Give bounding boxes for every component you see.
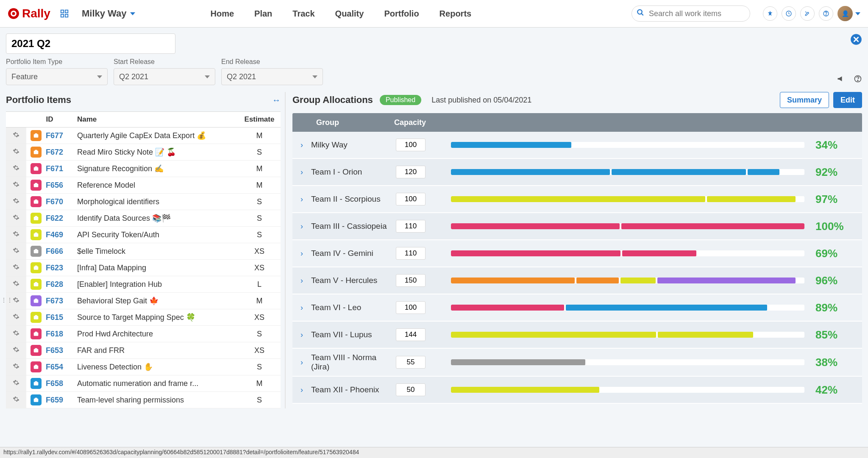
row-gear-cell[interactable] xyxy=(6,260,26,276)
table-row[interactable]: F469 API Security Token/Auth S xyxy=(6,227,281,243)
row-gear-cell[interactable] xyxy=(6,375,26,392)
capacity-input[interactable] xyxy=(396,383,426,396)
dropdown-portfolio-item-type[interactable]: Feature xyxy=(6,68,108,85)
portfolio-item-id-link[interactable]: F671 xyxy=(46,164,63,173)
table-row[interactable]: F671 Signature Recognition ✍️ M xyxy=(6,161,281,177)
gear-icon[interactable] xyxy=(13,148,19,156)
expand-panel-icon[interactable]: ↔ xyxy=(272,95,281,105)
summary-button[interactable]: Summary xyxy=(780,92,829,108)
row-gear-cell[interactable] xyxy=(6,276,26,293)
help-icon[interactable] xyxy=(854,75,862,85)
table-row[interactable]: F653 FAR and FRR XS xyxy=(6,342,281,359)
user-menu[interactable]: 👤 xyxy=(837,6,860,21)
gear-icon[interactable] xyxy=(13,297,19,305)
col-estimate[interactable]: Estimate xyxy=(238,112,281,128)
gear-icon[interactable] xyxy=(13,396,19,404)
row-gear-cell[interactable] xyxy=(6,309,26,326)
workspace-switcher-icon[interactable] xyxy=(58,7,71,20)
table-row[interactable]: F615 Source to Target Mapping Spec 🍀 XS xyxy=(6,309,281,326)
plan-title-input[interactable] xyxy=(6,33,175,54)
expand-row-icon[interactable]: › xyxy=(292,195,311,204)
gear-icon[interactable] xyxy=(13,346,19,355)
table-row[interactable]: F628 [Enabler] Integration Hub L xyxy=(6,276,281,293)
portfolio-item-id-link[interactable]: F618 xyxy=(46,330,63,339)
row-gear-cell[interactable] xyxy=(6,144,26,161)
gear-icon[interactable] xyxy=(13,313,19,322)
tools-button[interactable] xyxy=(800,6,815,21)
portfolio-item-id-link[interactable]: F469 xyxy=(46,230,63,239)
row-gear-cell[interactable] xyxy=(6,326,26,342)
portfolio-item-id-link[interactable]: F670 xyxy=(46,197,63,206)
portfolio-item-id-link[interactable]: F658 xyxy=(46,379,63,388)
capacity-input[interactable] xyxy=(396,139,426,151)
row-gear-cell[interactable] xyxy=(6,161,26,177)
expand-row-icon[interactable]: › xyxy=(292,303,311,312)
gear-icon[interactable] xyxy=(13,197,19,206)
table-row[interactable]: ⋮⋮ F673 Behavioral Step Gait 🍁 M xyxy=(6,293,281,309)
gear-icon[interactable] xyxy=(13,230,19,239)
project-picker[interactable]: Milky Way xyxy=(82,8,135,19)
help-button[interactable] xyxy=(819,6,833,21)
portfolio-item-id-link[interactable]: F622 xyxy=(46,214,63,223)
portfolio-item-id-link[interactable]: F654 xyxy=(46,363,63,372)
history-button[interactable] xyxy=(782,6,796,21)
row-gear-cell[interactable] xyxy=(6,342,26,359)
dropdown-start-release[interactable]: Q2 2021 xyxy=(114,68,215,85)
expand-row-icon[interactable]: › xyxy=(292,141,311,150)
portfolio-item-id-link[interactable]: F666 xyxy=(46,247,63,256)
nav-track[interactable]: Track xyxy=(292,9,314,19)
table-row[interactable]: F670 Morphological identifiers S xyxy=(6,194,281,210)
capacity-input[interactable] xyxy=(396,220,426,233)
table-row[interactable]: F656 Reference Model M xyxy=(6,177,281,194)
gear-icon[interactable] xyxy=(13,247,19,255)
portfolio-item-id-link[interactable]: F677 xyxy=(46,131,63,140)
table-row[interactable]: F622 Identify Data Sources 📚🏁 S xyxy=(6,210,281,227)
portfolio-item-id-link[interactable]: F628 xyxy=(46,280,63,289)
capacity-input[interactable] xyxy=(396,166,426,178)
portfolio-item-id-link[interactable]: F656 xyxy=(46,181,63,190)
gear-icon[interactable] xyxy=(13,264,19,272)
col-id[interactable]: ID xyxy=(26,112,73,128)
row-gear-cell[interactable] xyxy=(6,392,26,408)
portfolio-item-id-link[interactable]: F615 xyxy=(46,313,63,322)
table-row[interactable]: F618 Prod Hwd Architecture S xyxy=(6,326,281,342)
expand-row-icon[interactable]: › xyxy=(292,168,311,177)
drag-handle-icon[interactable]: ⋮⋮ xyxy=(6,297,13,303)
capacity-input[interactable] xyxy=(396,356,426,369)
table-row[interactable]: F659 Team-level sharing permissions S xyxy=(6,392,281,408)
nav-quality[interactable]: Quality xyxy=(335,9,364,19)
gear-icon[interactable] xyxy=(13,181,19,189)
row-gear-cell[interactable] xyxy=(6,227,26,243)
capacity-input[interactable] xyxy=(396,247,426,260)
nav-home[interactable]: Home xyxy=(211,9,234,19)
table-row[interactable]: F658 Automatic numeration and frame r...… xyxy=(6,375,281,392)
expand-row-icon[interactable]: › xyxy=(292,330,311,339)
row-gear-cell[interactable]: ⋮⋮ xyxy=(6,293,26,309)
expand-row-icon[interactable]: › xyxy=(292,386,311,394)
capacity-input[interactable] xyxy=(396,193,426,205)
gear-icon[interactable] xyxy=(13,330,19,338)
brand-logo[interactable]: Rally xyxy=(8,7,50,20)
table-row[interactable]: F677 Quarterly Agile CapEx Data Export 💰… xyxy=(6,128,281,144)
row-gear-cell[interactable] xyxy=(6,210,26,227)
gear-icon[interactable] xyxy=(13,363,19,371)
gear-icon[interactable] xyxy=(13,379,19,388)
nav-reports[interactable]: Reports xyxy=(440,9,472,19)
portfolio-item-id-link[interactable]: F673 xyxy=(46,297,63,305)
gear-icon[interactable] xyxy=(13,280,19,289)
expand-row-icon[interactable]: › xyxy=(292,276,311,285)
row-gear-cell[interactable] xyxy=(6,243,26,260)
expand-row-icon[interactable]: › xyxy=(292,222,311,231)
gear-icon[interactable] xyxy=(13,164,19,173)
table-row[interactable]: F623 [Infra] Data Mapping XS xyxy=(6,260,281,276)
table-row[interactable]: F654 Liveness Detection ✋ S xyxy=(6,359,281,375)
close-icon[interactable] xyxy=(850,33,862,47)
table-row[interactable]: F672 Read Miro Sticky Note 📝 🍒 S xyxy=(6,144,281,161)
edit-button[interactable]: Edit xyxy=(833,92,862,108)
portfolio-item-id-link[interactable]: F623 xyxy=(46,264,63,272)
row-gear-cell[interactable] xyxy=(6,128,26,144)
capacity-input[interactable] xyxy=(396,274,426,287)
portfolio-item-id-link[interactable]: F672 xyxy=(46,148,63,157)
capacity-input[interactable] xyxy=(396,328,426,341)
row-gear-cell[interactable] xyxy=(6,359,26,375)
